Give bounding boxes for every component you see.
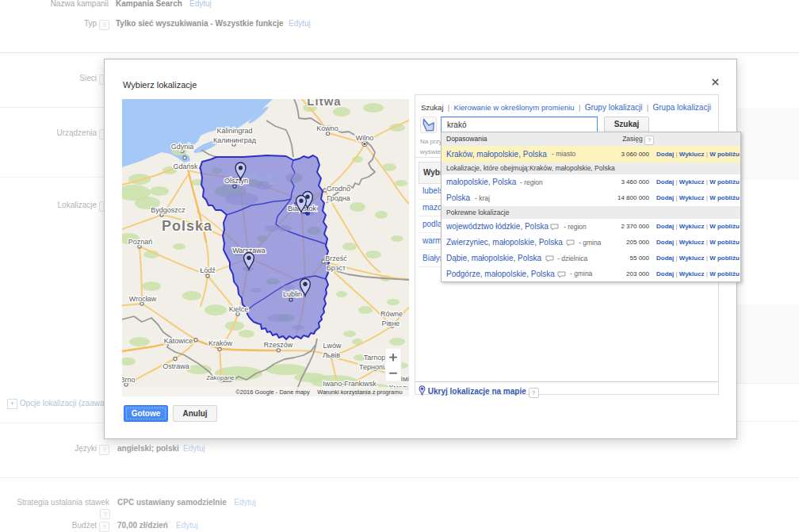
svg-text:Гродна: Гродна (327, 194, 350, 202)
svg-text:Kraków: Kraków (208, 339, 233, 347)
svg-text:Równe: Równe (380, 310, 403, 318)
svg-text:Katowice: Katowice (164, 337, 193, 345)
svg-text:Brześć: Brześć (325, 255, 347, 262)
svg-text:Калининград: Калининград (213, 136, 257, 144)
svg-text:Grodno: Grodno (327, 185, 350, 193)
svg-text:Брэст: Брэст (327, 264, 346, 272)
svg-text:Bydgoszcz: Bydgoszcz (151, 206, 185, 214)
svg-text:Polska: Polska (162, 218, 212, 234)
svg-text:Gdynia: Gdynia (171, 143, 194, 151)
svg-text:Litwa: Litwa (307, 99, 341, 108)
svg-text:Iwano-Frankiwsk: Iwano-Frankiwsk (323, 380, 377, 388)
svg-text:Rzeszów: Rzeszów (264, 341, 293, 349)
svg-text:Львів: Львів (323, 351, 340, 359)
svg-text:Lwów: Lwów (323, 342, 342, 350)
svg-text:Lublin: Lublin (283, 290, 302, 298)
svg-text:Ostrawa: Ostrawa (162, 362, 189, 370)
svg-text:Gdańsk: Gdańsk (173, 163, 198, 170)
svg-text:Рівне: Рівне (382, 320, 400, 327)
svg-text:Olsztyn: Olsztyn (224, 177, 248, 185)
svg-text:Warunki korzystania z programu: Warunki korzystania z programu (317, 388, 402, 396)
svg-text:Łódź: Łódź (200, 266, 216, 274)
svg-text:©2016 Google - Dane mapy: ©2016 Google - Dane mapy (235, 388, 310, 396)
svg-text:Zakopane: Zakopane (206, 374, 235, 381)
svg-text:Kowno: Kowno (316, 124, 338, 132)
svg-text:Wilno: Wilno (356, 134, 374, 142)
svg-text:Kielce: Kielce (229, 305, 249, 313)
svg-text:Brno: Brno (122, 376, 136, 384)
svg-text:Wrocław: Wrocław (129, 295, 157, 303)
svg-text:Poznań: Poznań (128, 238, 153, 246)
svg-text:Kaliningrad: Kaliningrad (216, 127, 252, 135)
